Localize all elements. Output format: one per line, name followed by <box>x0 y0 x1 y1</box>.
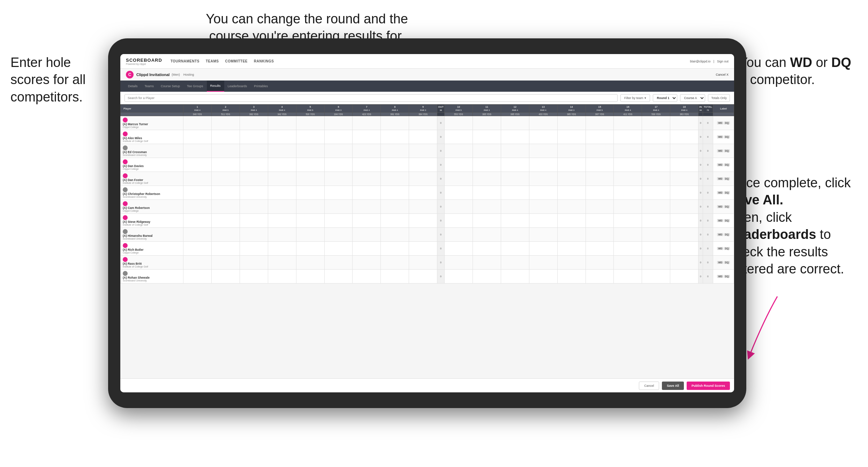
hole-8-input[interactable] <box>381 200 409 213</box>
hole-10-score[interactable] <box>445 228 473 242</box>
hole-3-score[interactable] <box>240 200 268 214</box>
hole-10-input[interactable] <box>445 228 473 241</box>
hole-17-score[interactable] <box>642 158 670 172</box>
hole-4-score[interactable] <box>268 116 296 130</box>
hole-16-score[interactable] <box>614 186 642 200</box>
hole-1-input[interactable] <box>183 116 211 130</box>
hole-16-input[interactable] <box>614 158 642 172</box>
hole-12-input[interactable] <box>501 228 529 241</box>
hole-12-score[interactable] <box>501 256 529 270</box>
hole-17-score[interactable] <box>642 130 670 144</box>
hole-10-input[interactable] <box>445 158 473 172</box>
hole-11-input[interactable] <box>473 228 501 241</box>
hole-17-score[interactable] <box>642 116 670 130</box>
hole-9-score[interactable] <box>409 186 437 200</box>
hole-16-score[interactable] <box>614 200 642 214</box>
hole-2-score[interactable] <box>211 270 240 284</box>
nav-teams[interactable]: TEAMS <box>206 59 219 63</box>
hole-13-score[interactable] <box>529 200 557 214</box>
hole-7-input[interactable] <box>353 242 380 255</box>
hole-17-input[interactable] <box>642 130 670 144</box>
hole-4-score[interactable] <box>268 270 296 284</box>
hole-6-input[interactable] <box>325 116 353 130</box>
hole-5-input[interactable] <box>296 144 324 158</box>
hole-10-score[interactable] <box>445 186 473 200</box>
hole-9-score[interactable] <box>409 256 437 270</box>
hole-15-input[interactable] <box>586 242 614 255</box>
wd-button[interactable]: WD <box>717 205 723 208</box>
hole-14-input[interactable] <box>558 116 586 130</box>
hole-3-input[interactable] <box>240 270 268 283</box>
hole-8-input[interactable] <box>381 270 409 283</box>
hole-11-score[interactable] <box>473 116 501 130</box>
dq-button[interactable]: DQ <box>724 149 730 152</box>
wd-button[interactable]: WD <box>717 191 723 194</box>
dq-button[interactable]: DQ <box>724 233 730 236</box>
hole-2-score[interactable] <box>211 172 240 186</box>
hole-8-input[interactable] <box>381 158 409 172</box>
hole-18-score[interactable] <box>670 130 699 144</box>
hole-2-input[interactable] <box>212 242 240 255</box>
hole-2-input[interactable] <box>212 214 240 227</box>
hole-14-score[interactable] <box>557 158 586 172</box>
hole-6-score[interactable] <box>324 116 353 130</box>
hole-3-input[interactable] <box>240 228 268 241</box>
hole-11-input[interactable] <box>473 130 501 144</box>
hole-8-score[interactable] <box>381 186 409 200</box>
hole-7-score[interactable] <box>353 158 381 172</box>
hole-9-input[interactable] <box>409 172 437 186</box>
hole-1-score[interactable] <box>183 270 212 284</box>
hole-10-score[interactable] <box>445 130 473 144</box>
hole-8-score[interactable] <box>381 270 409 284</box>
hole-5-score[interactable] <box>296 242 324 256</box>
hole-17-score[interactable] <box>642 144 670 158</box>
hole-18-input[interactable] <box>670 186 698 199</box>
hole-14-score[interactable] <box>557 242 586 256</box>
hole-6-score[interactable] <box>324 158 353 172</box>
hole-11-score[interactable] <box>473 186 501 200</box>
hole-6-score[interactable] <box>324 130 353 144</box>
hole-4-score[interactable] <box>268 200 296 214</box>
hole-14-input[interactable] <box>558 144 586 158</box>
hole-10-input[interactable] <box>445 214 473 227</box>
hole-12-input[interactable] <box>501 116 529 130</box>
hole-10-input[interactable] <box>445 172 473 186</box>
hole-5-input[interactable] <box>296 130 324 144</box>
hole-1-input[interactable] <box>183 186 211 199</box>
hole-5-score[interactable] <box>296 116 324 130</box>
hole-16-input[interactable] <box>614 130 642 144</box>
hole-12-score[interactable] <box>501 158 529 172</box>
hole-1-input[interactable] <box>183 214 211 227</box>
hole-3-score[interactable] <box>240 158 268 172</box>
hole-16-score[interactable] <box>614 270 642 284</box>
hole-11-score[interactable] <box>473 144 501 158</box>
hole-13-input[interactable] <box>529 270 557 283</box>
hole-1-input[interactable] <box>183 144 211 158</box>
hole-11-score[interactable] <box>473 200 501 214</box>
hole-3-input[interactable] <box>240 256 268 269</box>
hole-1-score[interactable] <box>183 130 212 144</box>
hole-10-input[interactable] <box>445 130 473 144</box>
hole-3-input[interactable] <box>240 200 268 213</box>
nav-rankings[interactable]: RANKINGS <box>254 59 274 63</box>
hole-16-score[interactable] <box>614 172 642 186</box>
dq-button[interactable]: DQ <box>724 163 730 166</box>
hole-14-input[interactable] <box>558 214 586 227</box>
hole-4-input[interactable] <box>268 130 296 144</box>
hole-12-score[interactable] <box>501 144 529 158</box>
hole-13-input[interactable] <box>529 214 557 227</box>
hole-14-input[interactable] <box>558 228 586 241</box>
hole-14-score[interactable] <box>557 186 586 200</box>
hole-3-score[interactable] <box>240 130 268 144</box>
nav-committee[interactable]: COMMITTEE <box>225 59 248 63</box>
hole-15-score[interactable] <box>586 228 614 242</box>
hole-15-score[interactable] <box>586 130 614 144</box>
hole-3-input[interactable] <box>240 214 268 227</box>
hole-2-score[interactable] <box>211 228 240 242</box>
hole-12-score[interactable] <box>501 214 529 228</box>
hole-13-score[interactable] <box>529 256 557 270</box>
hole-3-score[interactable] <box>240 270 268 284</box>
hole-4-score[interactable] <box>268 158 296 172</box>
hole-1-score[interactable] <box>183 242 212 256</box>
hole-2-score[interactable] <box>211 144 240 158</box>
